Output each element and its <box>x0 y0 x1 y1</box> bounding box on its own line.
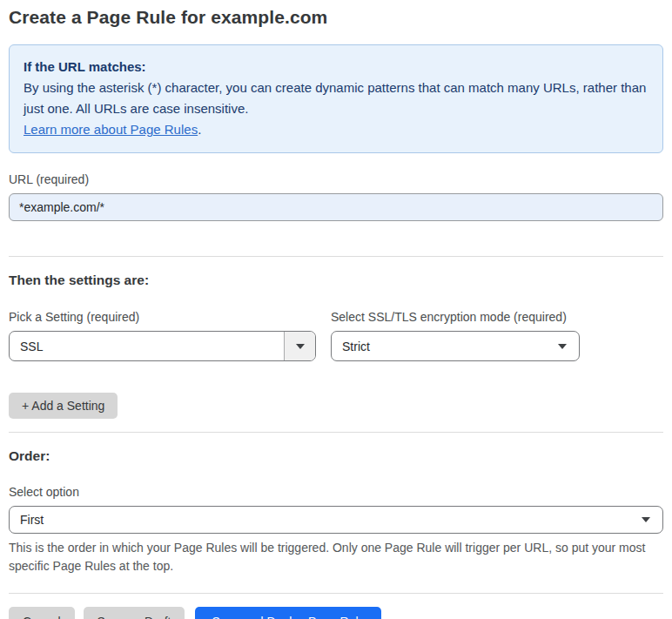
ssl-mode-column: Select SSL/TLS encryption mode (required… <box>331 310 580 361</box>
link-period: . <box>198 122 201 137</box>
pick-setting-select[interactable]: SSL <box>9 331 316 361</box>
info-box-heading: If the URL matches: <box>24 57 648 77</box>
url-field-label: URL (required) <box>9 172 663 186</box>
settings-section-heading: Then the settings are: <box>9 272 663 288</box>
pick-setting-label: Pick a Setting (required) <box>9 310 316 324</box>
divider <box>9 256 663 257</box>
divider <box>9 432 663 433</box>
save-as-draft-button[interactable]: Save as Draft <box>84 607 185 619</box>
page-title: Create a Page Rule for example.com <box>9 7 663 28</box>
order-select-value: First <box>10 513 662 527</box>
chevron-down-icon <box>558 344 567 349</box>
order-select[interactable]: First <box>9 506 663 534</box>
info-box-body: By using the asterisk (*) character, you… <box>24 77 648 119</box>
pick-setting-column: Pick a Setting (required) SSL <box>9 310 316 361</box>
divider <box>9 593 663 594</box>
url-input[interactable] <box>9 193 663 221</box>
save-and-deploy-button[interactable]: Save and Deploy Page Rule <box>195 607 381 619</box>
chevron-down-icon <box>642 517 650 522</box>
url-match-info-box: If the URL matches: By using the asteris… <box>9 44 663 153</box>
info-box-link-line: Learn more about Page Rules. <box>24 119 648 140</box>
create-page-rule-form: Create a Page Rule for example.com If th… <box>0 0 672 619</box>
order-select-label: Select option <box>9 485 663 499</box>
ssl-mode-select[interactable]: Strict <box>331 331 580 361</box>
pick-setting-value: SSL <box>10 340 284 353</box>
settings-row: Pick a Setting (required) SSL Select SSL… <box>9 310 663 361</box>
ssl-mode-value: Strict <box>332 340 579 353</box>
add-setting-button[interactable]: + Add a Setting <box>9 393 118 419</box>
ssl-mode-label: Select SSL/TLS encryption mode (required… <box>331 310 580 324</box>
learn-more-link[interactable]: Learn more about Page Rules <box>24 122 198 137</box>
chevron-down-icon <box>284 332 315 360</box>
order-help-text: This is the order in which your Page Rul… <box>9 539 663 575</box>
footer-actions: Cancel Save as Draft Save and Deploy Pag… <box>9 607 663 619</box>
cancel-button[interactable]: Cancel <box>9 607 75 619</box>
order-section-heading: Order: <box>9 448 663 464</box>
